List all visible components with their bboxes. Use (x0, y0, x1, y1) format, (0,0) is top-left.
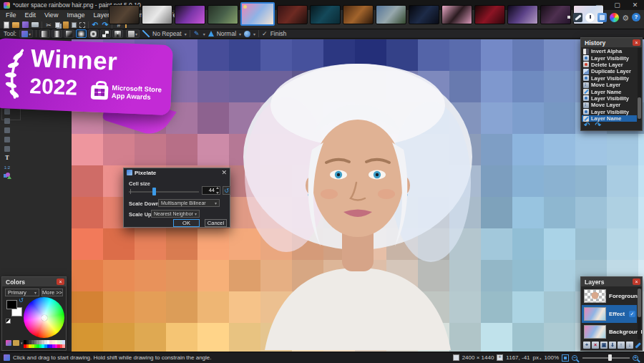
duplicate-layer-icon[interactable] (600, 342, 608, 349)
history-panel-header[interactable]: History (581, 38, 642, 47)
unit-dropdown[interactable]: px▴ (533, 354, 542, 361)
tool-generic[interactable] (3, 135, 11, 144)
zoom-out-icon[interactable]: − (572, 355, 577, 361)
merge-down-layer-icon[interactable] (609, 342, 616, 349)
layer-row-foreground[interactable]: Foreground (582, 287, 637, 305)
palette-swatch[interactable] (62, 344, 65, 349)
gradient-linear-clamped-button[interactable] (64, 29, 74, 38)
repeat-dropdown[interactable]: No Repeat (152, 30, 182, 37)
tool-zoom[interactable]: 1:2 (3, 163, 11, 172)
layer-visible-checkbox[interactable] (629, 311, 635, 317)
image-thumbnail[interactable] (376, 5, 406, 24)
gradient-tool-button[interactable]: ▾ (19, 29, 33, 38)
layer-row-background[interactable]: Background (582, 323, 637, 341)
history-item[interactable]: Layer Visibility (582, 75, 637, 82)
fit-window-icon[interactable] (562, 354, 569, 362)
dash-style-icon[interactable] (142, 30, 150, 37)
history-item[interactable]: Layer Name (582, 88, 637, 95)
gradient-linear-reflected-button[interactable] (52, 29, 62, 38)
redo-icon[interactable]: ↷ (595, 122, 600, 129)
dialog-titlebar[interactable]: Pixelate ✕ (124, 168, 230, 177)
image-thumbnail[interactable] (208, 5, 238, 24)
deselect-icon[interactable] (79, 22, 85, 28)
scale-up-dropdown[interactable]: Nearest Neighbor▾ (151, 210, 200, 218)
settings-toggle-icon[interactable] (622, 11, 629, 24)
image-thumbnail[interactable] (540, 5, 571, 24)
image-thumbnail[interactable] (441, 5, 472, 24)
menu-file[interactable]: File (1, 10, 21, 20)
layer-row-effect[interactable]: Effect (582, 305, 637, 323)
color-wheel[interactable] (24, 297, 64, 338)
undo-icon[interactable] (92, 21, 99, 29)
gradient-conical-button[interactable] (112, 29, 123, 38)
move-up-layer-icon[interactable] (618, 342, 625, 349)
color-target-dropdown[interactable]: Primary▾ (5, 289, 39, 296)
image-thumbnail[interactable] (277, 5, 308, 24)
brush-blob-icon[interactable] (244, 31, 250, 37)
reset-button[interactable] (223, 186, 230, 195)
redo-icon[interactable] (102, 21, 109, 29)
history-item[interactable]: Move Layer (582, 82, 637, 88)
slider-thumb[interactable] (152, 188, 156, 195)
scale-down-dropdown[interactable]: Multisample Bilinear▾ (158, 199, 220, 207)
zoom-slider-thumb[interactable] (608, 354, 612, 361)
history-item[interactable]: Layer Visibility (582, 109, 637, 115)
open-icon[interactable] (12, 22, 19, 28)
copy-icon[interactable] (55, 22, 60, 28)
print-icon[interactable] (31, 22, 39, 27)
add-layer-icon[interactable] (583, 342, 590, 349)
delete-layer-icon[interactable] (592, 342, 599, 349)
history-item[interactable]: Move Layer (582, 102, 637, 108)
palette-menu-icon[interactable] (13, 340, 19, 346)
cancel-button[interactable]: Cancel (205, 219, 227, 227)
colors-toggle-icon[interactable] (610, 13, 619, 22)
image-thumbnail[interactable] (142, 5, 172, 24)
image-thumbnail[interactable] (474, 5, 505, 24)
antialiasing-icon[interactable] (193, 30, 200, 37)
new-icon[interactable] (4, 21, 9, 29)
colors-panel-header[interactable]: Colors (2, 277, 66, 286)
image-thumbnail[interactable] (343, 5, 374, 24)
image-thumbnail[interactable] (310, 5, 341, 24)
copy2-icon[interactable] (72, 22, 77, 28)
image-thumbnail[interactable] (175, 5, 205, 24)
save-icon[interactable] (22, 21, 29, 28)
close-button[interactable]: ✕ (626, 0, 644, 10)
history-close-button[interactable] (633, 39, 640, 46)
cell-size-slider[interactable] (129, 188, 199, 195)
history-item[interactable]: Invert Alpha (582, 48, 637, 54)
sampling-icon[interactable] (208, 31, 214, 37)
move-down-layer-icon[interactable] (626, 342, 633, 349)
image-thumbnail[interactable] (109, 5, 140, 24)
menu-view[interactable]: View (40, 10, 62, 20)
gradient-radial-reflected-button[interactable] (88, 29, 99, 38)
blend-mode-dropdown[interactable]: Normal (217, 30, 236, 37)
image-thumbnail[interactable] (409, 5, 439, 24)
gradient-diamond-button[interactable] (100, 29, 111, 38)
history-toggle-icon[interactable] (585, 13, 595, 22)
add-color-icon[interactable] (6, 340, 11, 346)
color-mode-button[interactable]: ▾ (126, 29, 140, 38)
ok-button[interactable]: OK (173, 219, 200, 227)
layers-panel-header[interactable]: Layers (581, 277, 642, 286)
image-thumbnail[interactable] (507, 5, 538, 24)
colors-close-button[interactable] (57, 279, 64, 285)
history-item[interactable]: Layer Visibility (582, 95, 637, 102)
dialog-close-icon[interactable]: ✕ (221, 170, 227, 176)
layers-close-button[interactable] (633, 279, 640, 285)
menu-edit[interactable]: Edit (21, 10, 41, 20)
help-toggle-icon[interactable] (632, 13, 640, 21)
finish-button[interactable]: Finish (270, 30, 287, 37)
gradient-linear-button[interactable] (39, 29, 50, 38)
overflow-toggle-icon[interactable] (567, 16, 570, 19)
menu-image[interactable]: Image (62, 10, 89, 20)
maximize-button[interactable]: ▢ (608, 0, 626, 10)
image-thumbnail[interactable] (240, 2, 275, 26)
history-item[interactable]: Delete Layer (582, 62, 637, 68)
swap-colors-icon[interactable] (19, 297, 24, 304)
tool-generic[interactable] (3, 144, 11, 153)
gradient-radial-button[interactable] (76, 29, 87, 38)
layers-toggle-icon[interactable] (597, 13, 607, 22)
zoom-slider[interactable] (582, 354, 630, 362)
primary-color-swatch[interactable] (6, 300, 17, 309)
